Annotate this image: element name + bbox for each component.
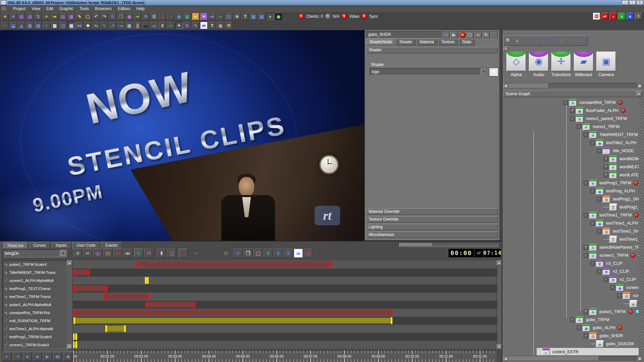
tree-node-gobo_TRFM[interactable]: -✛gobo_TRFM <box>570 316 609 324</box>
new-effect-icon[interactable]: ✶ <box>10 13 17 20</box>
edit-icon[interactable]: ✎ <box>76 13 83 20</box>
tab-inputs[interactable]: Inputs <box>51 242 71 249</box>
refresh-window-icon[interactable]: ⟳ <box>142 13 150 20</box>
expander-icon[interactable]: - <box>610 286 615 290</box>
glue-icon[interactable]: ⚱ <box>264 249 273 258</box>
node-name-field[interactable]: gobo_SHDR <box>367 32 443 38</box>
wizard-icon[interactable]: ✦ <box>1 13 9 20</box>
tree-node-screen1_SHDR[interactable]: -✿screen1_SHDR <box>617 292 639 300</box>
tree-node-pulse1_TRFM[interactable]: +✛pulse1_TRFM <box>584 308 639 316</box>
palette-item-transform[interactable]: ✛Transform <box>551 52 572 77</box>
tree-node-textTime1_TRFM[interactable]: -✛textTime1_TRFM <box>584 211 639 219</box>
page-copy-icon[interactable]: ❐ <box>244 249 253 258</box>
export-icon[interactable]: ➡ <box>134 13 141 20</box>
track-row-pulse1_ALPH[interactable] <box>73 301 497 309</box>
back-icon[interactable]: ◀ <box>442 32 449 38</box>
menu-graphic[interactable]: Graphic <box>56 6 76 12</box>
image-browser-icon[interactable]: ▧ <box>183 13 191 20</box>
tree-node-textProg1_TRFM[interactable]: -✛textProg1_TRFM <box>584 179 639 187</box>
tab-user-code[interactable]: User Code <box>72 242 100 249</box>
tree-node-gobo_DGEOM[interactable]: ◈gobo_DGEOM <box>590 340 634 348</box>
bend-left-icon[interactable]: ↖ <box>101 22 108 29</box>
tree-node-menu1_parent_TRFM[interactable]: -✛menu1_parent_TRFM <box>570 115 627 123</box>
tree-node-textTime1_TEXT[interactable]: TtextTime1_TEXT <box>604 235 639 243</box>
new-graphic-icon[interactable]: ✧ <box>43 13 50 20</box>
snapshot-camera-icon[interactable]: ◉ <box>126 13 133 20</box>
track-row-constantRot_TRFM[interactable] <box>73 309 497 317</box>
chevron-down-icon[interactable]: ▼ <box>481 68 487 75</box>
track-row-textTime1_TRFM[interactable] <box>73 293 497 301</box>
expander-icon[interactable]: - <box>590 221 595 226</box>
shader-select[interactable]: logo ▼ <box>370 68 487 75</box>
track-row-null_DURATION_TRFM[interactable] <box>73 317 497 325</box>
cleanup-icon[interactable]: ♨ <box>159 13 166 20</box>
reload-icon[interactable]: ↻ <box>483 32 490 38</box>
track-list-scrollbar[interactable]: ▲ ▼ <box>67 260 72 349</box>
move-down-icon[interactable]: ⬇ <box>577 37 585 45</box>
timeline-bar[interactable] <box>73 342 76 348</box>
expander-icon[interactable]: + <box>584 245 588 250</box>
expander-icon[interactable]: + <box>604 165 608 169</box>
tree-node-textProg_ALPH[interactable]: -◆textProg_ALPH <box>590 187 635 195</box>
expander-icon[interactable]: - <box>584 181 588 185</box>
track-row-textProg1_TEXT[interactable] <box>73 285 497 293</box>
close-icon[interactable]: × <box>503 46 508 51</box>
expander-icon[interactable]: - <box>577 326 581 330</box>
license-key-icon[interactable]: ⚿ <box>635 13 642 20</box>
pin-cluster-icon[interactable]: ⁘ <box>43 22 50 29</box>
tree-node-textTime1_SHDR[interactable]: -✿textTime1_SHDR <box>597 227 639 235</box>
list-edit-icon[interactable]: ✐ <box>559 37 567 45</box>
track-name-null_DURATION_TRFM[interactable]: ⟋null_DURATION_TRFM <box>3 317 67 325</box>
tree-node-wordNOW_TRFM[interactable]: +✛wordNOW_TRFM <box>604 155 639 163</box>
expander-icon[interactable]: - <box>570 318 575 322</box>
track-row-pulse1_TRFM[interactable] <box>73 260 497 268</box>
vr-mode-icon[interactable]: vr <box>192 13 199 20</box>
pause-button[interactable]: ▮▮ <box>53 352 62 361</box>
menu-project[interactable]: Project <box>10 6 29 12</box>
scroll-down-icon[interactable]: ▼ <box>497 344 502 349</box>
palette-scroll-thumb[interactable] <box>508 83 549 88</box>
page-drop-icon[interactable]: 🜄 <box>233 249 243 258</box>
no-entry-icon[interactable]: ⛔ <box>593 13 600 20</box>
menu-help[interactable]: Help <box>133 6 148 12</box>
split-view-icon[interactable]: ◫ <box>304 249 313 258</box>
server-icon[interactable]: ☰ <box>151 13 158 20</box>
shader-section-bar[interactable]: Shader <box>366 47 498 53</box>
duplicate-window-icon[interactable]: ❐ <box>117 13 125 20</box>
find-node-icon[interactable]: 🔍 <box>504 37 513 45</box>
tab-curves[interactable]: Curves <box>29 242 50 249</box>
path-points-icon[interactable]: ⌁ <box>523 37 531 45</box>
tree-node-screen1_ALPH[interactable]: -◆screen1_ALPH <box>610 284 639 292</box>
scene-graph-scrollbar[interactable]: ◀ ▶ <box>503 356 643 361</box>
expander-icon[interactable]: + <box>604 173 608 177</box>
viewport-scroll-thumb[interactable] <box>399 243 433 247</box>
blank-icon[interactable] <box>491 32 498 38</box>
tree-node-TitlePARENT_TRFM[interactable]: -✛TitlePARENT_TRFM <box>584 131 639 139</box>
expander-icon[interactable]: - <box>597 229 601 234</box>
menu-tools[interactable]: Tools <box>76 6 92 12</box>
scroll-right-icon[interactable]: ▶ <box>638 83 643 88</box>
shader-browse-button[interactable]: 🗗 <box>489 68 498 76</box>
keyframe-up-icon[interactable]: ⬆ <box>157 249 166 258</box>
close-button[interactable]: X <box>637 0 643 5</box>
go-end-button[interactable]: ⇥ <box>13 352 22 361</box>
expander-icon[interactable]: - <box>597 197 601 201</box>
undo-icon[interactable]: ↶ <box>93 13 100 20</box>
menu-window-icon[interactable] <box>1 6 7 11</box>
take-selector[interactable]: bringOn ▼ <box>3 249 67 257</box>
crosshair-icon[interactable]: ⌖ <box>175 22 183 29</box>
palette-scrollbar[interactable]: ◀ ▶ <box>503 83 643 89</box>
expander-icon[interactable]: - <box>584 133 588 137</box>
action-delete-icon[interactable]: ✕ <box>113 249 122 258</box>
palette-item-alpha[interactable]: ◇Alpha <box>506 52 527 77</box>
track-row-textProg1_TRFM[interactable] <box>73 333 497 341</box>
track-name-screen1_TRFM[interactable]: ⟋screen1_TRFM:ScaleX <box>3 341 67 349</box>
track-name-textProg1_TRFM[interactable]: ⟋textProg1_TRFM:ScaleX <box>3 333 67 341</box>
tab-shader[interactable]: Shader <box>396 39 416 46</box>
notes-page-icon[interactable]: ▢ <box>84 13 92 20</box>
maximize-button[interactable]: □ <box>629 0 636 5</box>
save-icon[interactable]: ▤ <box>18 13 25 20</box>
tree-node-n1_CLIP[interactable]: -▼n1_CLIP <box>604 276 636 284</box>
section-material-override[interactable]: Material Override <box>366 208 498 215</box>
expander-icon[interactable]: - <box>584 213 588 218</box>
